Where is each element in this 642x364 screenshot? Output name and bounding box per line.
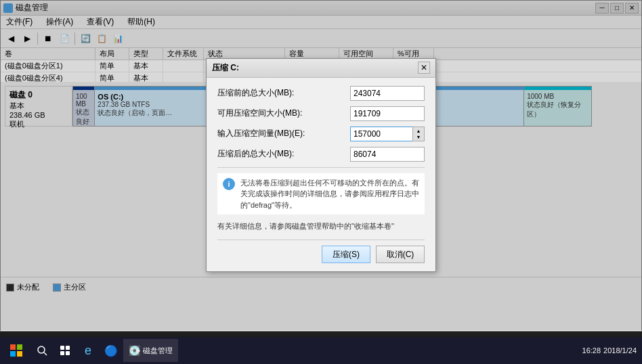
compress-dialog: 压缩 C: ✕ 压缩前的总大小(MB): 243074 可用压缩空间大小(MB)… [206,58,436,273]
dialog-title-bar: 压缩 C: ✕ [207,59,435,78]
compress-size-input-wrap: ▲ ▼ [350,127,425,141]
svg-rect-1 [17,344,22,350]
info-icon: i [223,178,235,190]
dialog-title-text: 压缩 C: [212,62,239,74]
field-value-0: 243074 [350,86,425,101]
taskview-button[interactable] [54,339,76,362]
disk-manager-taskbar[interactable]: 💽 磁盘管理 [123,339,178,362]
field-label-1: 可用压缩空间大小(MB): [217,108,345,119]
dialog-info: i 无法将卷压缩到超出任何不可移动的文件所在的点。有关完成该操作时间的详细信息，… [217,173,425,215]
info-text: 无法将卷压缩到超出任何不可移动的文件所在的点。有关完成该操作时间的详细信息，请参… [240,177,419,211]
svg-rect-7 [66,346,70,350]
svg-rect-6 [60,346,64,350]
dialog-close-button[interactable]: ✕ [418,62,430,74]
svg-rect-9 [66,351,70,355]
note-text: 有关详细信息，请参阅磁盘管理帮助中的"收缩基本卷" [217,222,394,230]
dialog-field-0: 压缩前的总大小(MB): 243074 [217,86,425,101]
dialog-field-1: 可用压缩空间大小(MB): 191709 [217,106,425,121]
field-label-2: 输入压缩空间量(MB)(E): [217,128,345,139]
svg-rect-8 [60,351,64,355]
field-label-3: 压缩后的总大小(MB): [217,148,345,160]
field-label-0: 压缩前的总大小(MB): [217,87,345,99]
dialog-body: 压缩前的总大小(MB): 243074 可用压缩空间大小(MB): 191709… [207,78,435,272]
disk-app-label: 磁盘管理 [143,346,173,356]
dialog-note: 有关详细信息，请参阅磁盘管理帮助中的"收缩基本卷" [217,221,425,231]
spinner-up[interactable]: ▲ [416,128,421,134]
dialog-buttons: 压缩(S) 取消(C) [217,240,425,263]
taskbar-right: 16:28 2018/1/24 [582,346,639,355]
field-value-1: 191709 [350,106,425,121]
size-spinner[interactable]: ▲ ▼ [412,127,425,141]
compress-size-input[interactable] [350,127,412,141]
dialog-field-3: 压缩后的总大小(MB): 86074 [217,147,425,162]
dialog-field-2: 输入压缩空间量(MB)(E): ▲ ▼ [217,127,425,141]
dialog-overlay: 压缩 C: ✕ 压缩前的总大小(MB): 243074 可用压缩空间大小(MB)… [0,0,642,330]
disk-app-icon: 💽 [129,345,140,356]
taskbar-time: 16:28 [582,346,601,355]
cortana-icon[interactable]: 🔵 [100,339,122,362]
taskbar: e 🔵 💽 磁盘管理 16:28 2018/1/24 [0,337,642,364]
svg-rect-0 [10,344,16,350]
svg-rect-3 [17,351,22,357]
dialog-divider [217,167,425,168]
start-button[interactable] [3,339,30,362]
svg-rect-2 [10,351,16,357]
edge-browser-icon[interactable]: e [77,339,99,362]
svg-point-4 [38,346,45,353]
confirm-button[interactable]: 压缩(S) [322,246,370,263]
svg-line-5 [44,352,47,355]
taskbar-date: 2018/1/24 [603,346,637,355]
search-button[interactable] [31,339,53,362]
spinner-down[interactable]: ▼ [416,134,421,140]
field-value-3: 86074 [350,147,425,162]
cancel-button[interactable]: 取消(C) [376,246,425,263]
